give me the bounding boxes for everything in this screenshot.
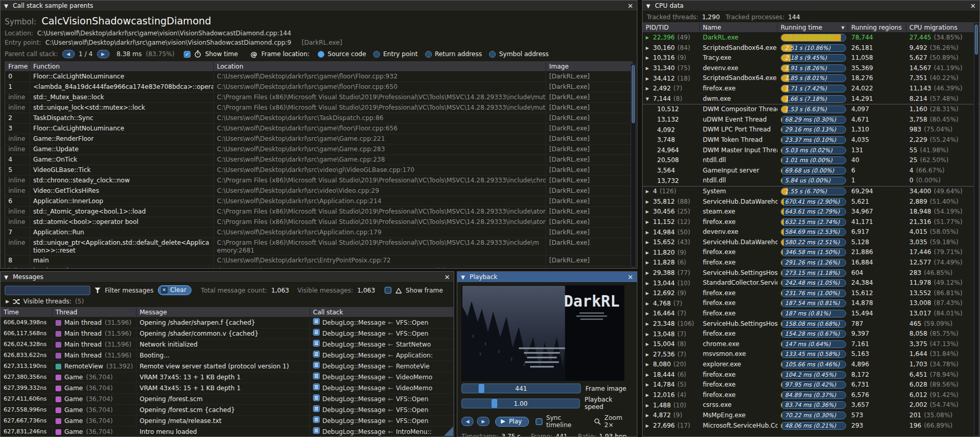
visible-threads-row[interactable]: ▶ Visible threads: (5) xyxy=(1,297,454,307)
callstack-frame-row[interactable]: inlinestd::atomic<bool>::operator boolC:… xyxy=(5,217,632,228)
expand-arrow-icon[interactable]: ▶ xyxy=(646,410,650,420)
play-button[interactable]: ▶ Play xyxy=(495,417,529,427)
callstack-frame-row[interactable]: 8mainC:\Users\wolf\Desktop\darkrl\src\En… xyxy=(5,256,632,266)
resize-grip-icon[interactable] xyxy=(444,427,453,436)
cpu-process-row[interactable]: ▶1,488(10)csrss.exe83.74 ms (0.36%)3,657… xyxy=(643,400,979,410)
callstack-frame-row[interactable]: 3Floor::CalcLightNoLuminanceC:\Users\wol… xyxy=(5,124,632,134)
close-icon[interactable]: ✕ xyxy=(970,2,976,10)
expand-arrow-icon[interactable]: ▶ xyxy=(646,33,650,43)
scrollbar-thumb[interactable] xyxy=(975,24,978,55)
callstack-frame-row[interactable]: 1<lambda_84a19dc444fae966ca174e83e708bdc… xyxy=(5,82,632,92)
message-callstack[interactable]: DebugLog::Message←RemoteVie xyxy=(310,361,454,372)
collapse-icon[interactable]: ▼ xyxy=(461,274,465,280)
expand-arrow-icon[interactable]: ▶ xyxy=(646,53,650,63)
message-row[interactable]: 627,313,190nsRemoteView(31,392)Remote vi… xyxy=(1,361,454,372)
cpu-process-row[interactable]: ▶11,828(6)firefox.exe291.26 ms (1.26%)16… xyxy=(643,258,979,268)
clear-button[interactable]: ✕ Clear xyxy=(158,285,192,295)
col-cpu-migrations[interactable]: CPU migrations xyxy=(906,23,979,32)
frame-slider-thumb[interactable] xyxy=(479,384,484,393)
expand-arrow-icon[interactable]: ▶ xyxy=(646,43,650,53)
message-callstack[interactable]: DebugLog::Message←VFS::Open xyxy=(310,317,454,328)
cpu-process-row[interactable]: ▶15,004(8)chrome.exe147 ms (0.64%)7,1613… xyxy=(643,339,979,350)
expand-arrow-icon[interactable]: ▶ xyxy=(646,380,650,390)
radio-symbol-address[interactable] xyxy=(489,51,496,58)
cpu-process-row[interactable]: 3,748DWM Token Thread23.37 ms (0.10%)4,0… xyxy=(643,135,979,145)
show-frame-checkbox[interactable] xyxy=(385,287,391,294)
expand-arrow-icon[interactable]: ▶ xyxy=(646,74,650,84)
message-row[interactable]: 606,117,568nsMain thread(31,596)Opening … xyxy=(1,328,454,339)
cpu-process-row[interactable]: 24,964DWM Master Input Thread5.03 ms (0.… xyxy=(643,145,979,156)
cpu-process-row[interactable]: ▶14,984(50)devenv.exe584.69 ms (2.53%)6,… xyxy=(643,227,979,237)
expand-arrow-icon[interactable]: ▶ xyxy=(646,217,650,227)
callstack-frame-row[interactable]: inlinestd::_Atomic_storage<bool,1>::load… xyxy=(5,207,632,217)
message-row[interactable]: 627,411,606nsGame(36,704)Opening /forest… xyxy=(1,394,454,405)
prev-sample-button[interactable]: ◀ xyxy=(62,50,75,58)
message-callstack[interactable]: DebugLog::Message←VFS::Open xyxy=(310,328,454,339)
expand-arrow-icon[interactable]: ▶ xyxy=(646,299,650,309)
expand-arrow-icon[interactable]: ▶ xyxy=(646,401,650,410)
cpu-process-row[interactable]: 13,732ntdll.dll5.84 us (0.00%)10(0.00%) xyxy=(643,176,979,187)
cpu-process-row[interactable]: ▶2,492(7)firefox.exe1.71 s (7.42%)24,022… xyxy=(643,84,979,94)
cpu-process-row[interactable]: 20,508ntdll.dll1.01 ms (0.00%)4025(62.50… xyxy=(643,155,979,166)
cpu-process-row[interactable]: 3,564GameInput server69.68 us (0.00%)64(… xyxy=(643,166,979,176)
cpu-process-row[interactable]: ▶22,396(49)DarkRL.exe14.33 s (62.06%)78,… xyxy=(643,33,979,43)
cpu-process-row[interactable]: ▶11,820(9)firefox.exe346.58 ms (1.50%)21… xyxy=(643,247,979,258)
expand-arrow-icon[interactable]: ▶ xyxy=(646,288,650,298)
cpu-process-row[interactable]: ▶13,048(7)firefox.exe154.28 ms (0.67%)9,… xyxy=(643,329,979,339)
expand-arrow-icon[interactable]: ▶ xyxy=(646,207,650,217)
cpu-process-row[interactable]: ▶16,464(7)firefox.exe187 ms (0.81%)15,49… xyxy=(643,309,979,319)
expand-arrow-icon[interactable]: ▶ xyxy=(646,350,650,360)
cpu-process-row[interactable]: ▶10,316(9)Tracy.exe2.18 s (9.45%)11,0585… xyxy=(643,53,979,63)
radio-return-address[interactable] xyxy=(425,51,432,58)
cpu-process-row[interactable]: 10,512DWM Compositor Thread1.53 s (6.63%… xyxy=(643,104,979,115)
callstack-frame-row[interactable]: inlinestd::_Mutex_base::lockC:\Program F… xyxy=(5,92,632,103)
zoom-2x-label[interactable]: Zoom 2× xyxy=(604,414,633,429)
expand-arrow-icon[interactable]: ▶ xyxy=(646,258,650,268)
message-row[interactable]: 626,024,328nsMain thread(31,596)Network … xyxy=(1,339,454,350)
callstack-scrollbar[interactable] xyxy=(631,64,636,267)
message-callstack[interactable]: DebugLog::Message←VideoMemo xyxy=(310,372,454,382)
expand-arrow-icon[interactable]: ▶ xyxy=(646,309,650,319)
cpu-process-row[interactable]: 4,092DWM LPC Port Thread29.16 ms (0.13%)… xyxy=(643,125,979,135)
message-row[interactable]: 627,667,736nsGame(36,704)Opening /meta/r… xyxy=(1,416,454,427)
cpu-process-row[interactable]: ▶12,016(4)firefox.exe84.89 ms (0.37%)6,5… xyxy=(643,390,979,401)
radio-entry-point[interactable] xyxy=(373,51,380,58)
message-row[interactable]: 627,380,356nsGame(36,704)VRAM 37x45: 13 … xyxy=(1,372,454,383)
expand-arrow-icon[interactable]: ▶ xyxy=(646,228,650,237)
expand-arrow-icon[interactable]: ▶ xyxy=(646,248,650,258)
cpu-process-row[interactable]: ▶27,696(17)Microsoft.ServiceHub.Co48.06 … xyxy=(643,421,979,431)
expand-arrow-icon[interactable]: ▶ xyxy=(646,268,650,278)
message-row[interactable]: 606,049,398nsMain thread(31,596)Opening … xyxy=(1,317,454,328)
callstack-frame-row[interactable]: 5VideoGLBase::TickC:\Users\wolf\Desktop\… xyxy=(5,165,632,176)
cpu-process-row[interactable]: 13,132uDWM Event Thread68.29 ms (0.30%)4… xyxy=(643,115,979,125)
message-callstack[interactable]: DebugLog::Message←VFS::Open xyxy=(310,405,454,415)
callstack-frame-row[interactable]: 2TaskDispatch::SyncC:\Users\wolf\Desktop… xyxy=(5,113,632,124)
callstack-frame-row[interactable]: 0Floor::CalcLightNoLuminanceC:\Users\wol… xyxy=(5,72,632,82)
frame-slider[interactable]: 441 xyxy=(461,383,581,393)
cpu-process-row[interactable]: ▼7,144(8)dwm.exe1.66 s (7.18%)14,2918,21… xyxy=(643,94,979,104)
message-callstack[interactable]: DebugLog::Message←StartNetwo xyxy=(310,339,454,350)
message-callstack[interactable]: DebugLog::Message←IntroMenu:: xyxy=(310,427,454,436)
expand-arrow-icon[interactable]: ▶ xyxy=(646,63,650,73)
expand-arrow-icon[interactable]: ▶ xyxy=(646,329,650,339)
sync-timeline-checkbox[interactable] xyxy=(536,418,542,425)
cpu-process-row[interactable]: ▶30,160(84)ScriptedSandbox64.exe2.51 s (… xyxy=(643,43,979,54)
callstack-frame-row[interactable]: inlineGame::RenderFloorC:\Users\wolf\Des… xyxy=(5,134,632,144)
expand-arrow-icon[interactable]: ▶ xyxy=(646,370,650,380)
scrollbar-thumb[interactable] xyxy=(632,65,635,123)
message-row[interactable]: 627,558,996nsGame(36,704)Opening /forest… xyxy=(1,405,454,416)
cpu-process-row[interactable]: ▶30,456(25)steam.exe643.61 ms (2.79%)34,… xyxy=(643,207,979,217)
close-icon[interactable]: ✕ xyxy=(628,2,633,10)
cpu-process-row[interactable]: ▶13,044(10)StandardCollector.Service242.… xyxy=(643,278,979,288)
message-callstack[interactable]: DebugLog::Message←VFS::Open xyxy=(310,416,454,426)
message-callstack[interactable]: DebugLog::Message←VFS::Open xyxy=(310,394,454,404)
cpu-process-row[interactable]: ▶12,692(9)firefox.exe231.76 ms (1.00%)15… xyxy=(643,288,979,299)
expand-arrow-icon[interactable]: ▶ xyxy=(646,360,650,369)
cpu-process-row[interactable]: ▶18,444(6)firefox.exe104.2 ms (0.45%)8,1… xyxy=(643,370,979,380)
cpu-process-row[interactable]: ▶15,652(43)ServiceHub.DataWarehous580.22… xyxy=(643,237,979,248)
collapse-icon[interactable]: ▼ xyxy=(4,274,8,280)
message-callstack[interactable]: DebugLog::Message←Application: xyxy=(310,350,454,361)
expand-arrow-icon[interactable]: ▶ xyxy=(646,84,650,94)
collapse-icon[interactable]: ▼ xyxy=(4,3,8,9)
cpu-process-row[interactable]: ▶4,872(9)MsMpEng.exe70.22 ms (0.30%)5732… xyxy=(643,410,979,421)
